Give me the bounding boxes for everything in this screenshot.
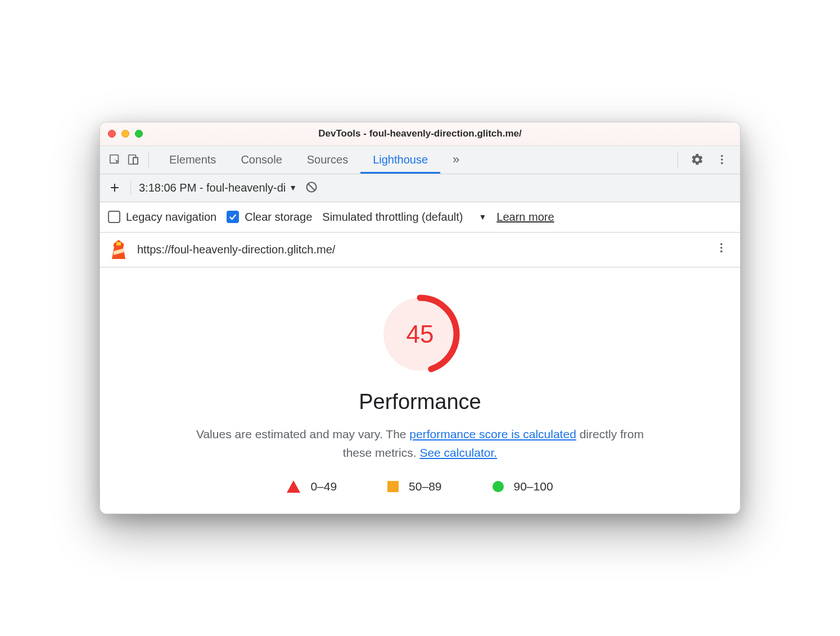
inspect-element-icon[interactable] bbox=[107, 152, 123, 167]
titlebar: DevTools - foul-heavenly-direction.glitc… bbox=[100, 122, 740, 146]
svg-point-15 bbox=[720, 251, 722, 253]
triangle-icon bbox=[287, 480, 300, 493]
clear-storage-label: Clear storage bbox=[245, 211, 312, 224]
checkbox-checked-icon[interactable] bbox=[227, 211, 239, 223]
tab-console[interactable]: Console bbox=[228, 146, 294, 174]
tabs: Elements Console Sources Lighthouse bbox=[157, 146, 440, 174]
performance-gauge: 45 bbox=[123, 292, 717, 376]
report-url-bar: https://foul-heavenly-direction.glitch.m… bbox=[100, 233, 740, 267]
lighthouse-toolbar: + 3:18:06 PM - foul-heavenly-di ▼ bbox=[100, 174, 740, 202]
options-bar: Legacy navigation Clear storage Simulate… bbox=[100, 202, 740, 233]
svg-point-4 bbox=[721, 155, 723, 157]
tabs-overflow-button[interactable]: » bbox=[442, 152, 469, 167]
legend-fail: 0–49 bbox=[287, 480, 337, 493]
close-window-button[interactable] bbox=[108, 130, 116, 138]
score-legend: 0–49 50–89 90–100 bbox=[123, 480, 717, 493]
svg-point-6 bbox=[721, 162, 723, 165]
divider bbox=[130, 180, 131, 195]
legend-pass-label: 90–100 bbox=[514, 480, 553, 493]
lighthouse-report: 45 Performance Values are estimated and … bbox=[100, 267, 740, 514]
legacy-navigation-option[interactable]: Legacy navigation bbox=[108, 211, 216, 224]
settings-icon[interactable] bbox=[686, 148, 708, 171]
calculator-link[interactable]: See calculator. bbox=[419, 446, 497, 459]
svg-line-8 bbox=[308, 184, 315, 190]
window-title: DevTools - foul-heavenly-direction.glitc… bbox=[100, 128, 740, 139]
divider bbox=[678, 152, 678, 167]
learn-more-link[interactable]: Learn more bbox=[496, 211, 554, 224]
svg-rect-2 bbox=[133, 158, 138, 165]
report-url: https://foul-heavenly-direction.glitch.m… bbox=[137, 243, 335, 256]
chevron-down-icon: ▼ bbox=[289, 183, 297, 192]
tab-lighthouse[interactable]: Lighthouse bbox=[360, 146, 440, 174]
checkbox-unchecked-icon[interactable] bbox=[108, 211, 120, 223]
chevron-down-icon: ▼ bbox=[478, 212, 486, 221]
svg-point-5 bbox=[721, 159, 723, 161]
desc-text: Values are estimated and may vary. The bbox=[196, 428, 409, 440]
report-dropdown-label: 3:18:06 PM - foul-heavenly-di bbox=[139, 181, 286, 194]
traffic-lights bbox=[108, 130, 143, 138]
square-icon bbox=[387, 481, 399, 492]
report-dropdown[interactable]: 3:18:06 PM - foul-heavenly-di ▼ bbox=[139, 181, 297, 194]
circle-icon bbox=[493, 481, 504, 492]
more-menu-icon[interactable] bbox=[711, 148, 733, 171]
legacy-navigation-label: Legacy navigation bbox=[126, 211, 216, 224]
legend-fail-label: 0–49 bbox=[310, 480, 337, 493]
devtools-tabbar: Elements Console Sources Lighthouse » bbox=[100, 146, 740, 174]
performance-title: Performance bbox=[123, 390, 717, 414]
legend-pass: 90–100 bbox=[493, 480, 553, 493]
clear-all-icon[interactable] bbox=[305, 180, 319, 195]
divider bbox=[148, 152, 149, 167]
performance-description: Values are estimated and may vary. The p… bbox=[189, 425, 651, 462]
tab-sources[interactable]: Sources bbox=[295, 146, 360, 174]
score-explainer-link[interactable]: performance score is calculated bbox=[409, 428, 576, 440]
throttling-label: Simulated throttling (default) bbox=[322, 211, 463, 224]
svg-point-13 bbox=[720, 243, 722, 246]
throttling-dropdown[interactable]: Simulated throttling (default) ▼ bbox=[322, 211, 486, 224]
minimize-window-button[interactable] bbox=[121, 130, 129, 138]
legend-warn-label: 50–89 bbox=[409, 480, 441, 493]
svg-point-14 bbox=[720, 247, 722, 249]
clear-storage-option[interactable]: Clear storage bbox=[227, 211, 312, 224]
lighthouse-logo-icon bbox=[110, 240, 127, 259]
new-report-button[interactable]: + bbox=[107, 179, 123, 197]
performance-score: 45 bbox=[378, 292, 462, 376]
legend-warn: 50–89 bbox=[387, 480, 441, 493]
device-toolbar-icon[interactable] bbox=[125, 152, 141, 167]
devtools-window: DevTools - foul-heavenly-direction.glitc… bbox=[100, 122, 740, 514]
tab-elements[interactable]: Elements bbox=[157, 146, 228, 174]
zoom-window-button[interactable] bbox=[135, 130, 143, 138]
report-menu-icon[interactable] bbox=[713, 242, 730, 257]
svg-rect-10 bbox=[116, 242, 121, 246]
